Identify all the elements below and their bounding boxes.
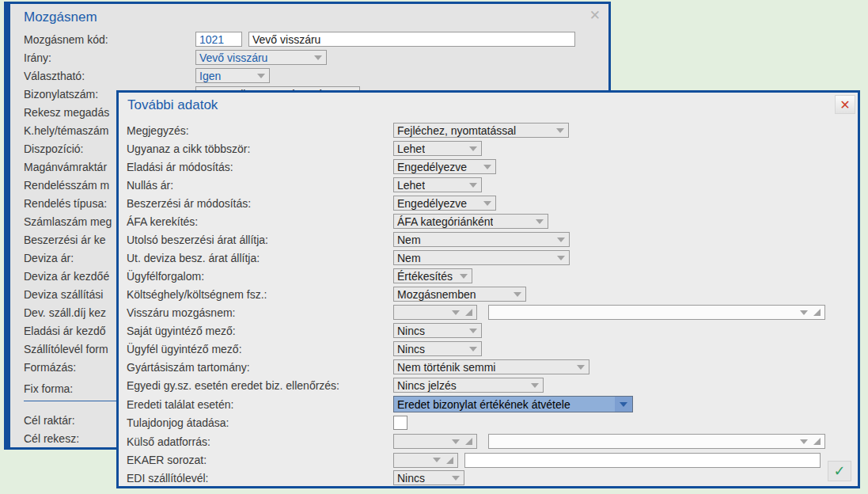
- eladasi-ar-modositas-dropdown[interactable]: Engedélyezve: [393, 159, 496, 174]
- close-icon: ✕: [840, 97, 850, 112]
- chevron-down-icon: [483, 165, 491, 169]
- field-label: Megjegyzés:: [127, 124, 393, 137]
- field-row-egyedi-gysz: Egyedi gy.sz. esetén eredet biz. ellenőr…: [127, 378, 851, 393]
- valaszthato-dropdown[interactable]: Igen: [195, 68, 270, 83]
- irany-dropdown[interactable]: Vevő visszáru: [195, 50, 327, 65]
- field-label: Tulajdonjog átadása:: [127, 416, 393, 429]
- edi-szallitolevel-dropdown[interactable]: Nincs: [393, 470, 464, 485]
- eredeti-talalat-dropdown[interactable]: Eredet bizonylat értékének átvétele: [393, 396, 633, 412]
- tovabbi-adatok-dialog: További adatok ✕ Megjegyzés: Fejléchez, …: [116, 90, 860, 488]
- chevron-down-icon: [469, 329, 477, 333]
- ekaer-sorozat-input[interactable]: [464, 453, 821, 468]
- field-row-afa-kerekites: ÁFA kerekítés: ÁFA kategóriánként: [127, 214, 851, 229]
- field-row-tulajdonjog: Tulajdonjog átadása:: [127, 416, 851, 430]
- ut-deviza-dropdown[interactable]: Nem: [393, 250, 570, 265]
- chevron-down-icon: [577, 365, 585, 370]
- field-label: Visszáru mozgásnem:: [127, 306, 393, 319]
- field-row-edi-szallitolevel: EDI szállítólevél: Nincs: [127, 470, 851, 485]
- chevron-down-icon: [460, 274, 468, 279]
- ugyanaz-cikk-dropdown[interactable]: Lehet: [393, 141, 482, 156]
- chevron-down-icon: [557, 256, 565, 260]
- chevron-down-icon: [536, 219, 544, 224]
- field-label: Költséghely/költségnem fsz.:: [127, 288, 393, 301]
- field-row-irany: Irány: Vevő visszáru: [24, 50, 604, 65]
- field-row-ugyfel-ugyintezo: Ügyfél ügyintéző mező: Nincs: [127, 341, 851, 356]
- field-label: ÁFA kerekítés:: [127, 215, 393, 228]
- lookup-corner-icon: [465, 438, 472, 445]
- field-label: EKAER sorozat:: [127, 454, 393, 466]
- close-icon[interactable]: ✕: [589, 7, 601, 24]
- visszaru-mozgasnem-nev-combo[interactable]: [488, 305, 825, 320]
- field-label: Választható:: [24, 70, 195, 82]
- chevron-down-icon: [800, 310, 808, 315]
- chevron-down-icon: [469, 183, 477, 188]
- chevron-down-icon: [469, 146, 477, 151]
- chevron-down-icon: [557, 238, 565, 242]
- field-row-ugyfelforgalom: Ügyfélforgalom: Értékesítés: [127, 268, 851, 283]
- tulajdonjog-checkbox[interactable]: [393, 416, 407, 430]
- field-label: Saját ügyintéző mező:: [127, 325, 393, 337]
- chevron-down-icon: [556, 128, 564, 133]
- chevron-down-icon: [452, 439, 460, 444]
- field-row-koltseghely: Költséghely/költségnem fsz.: Mozgásnembe…: [127, 287, 851, 302]
- dialog-title: További adatok: [127, 97, 218, 113]
- field-label: Ut. deviza besz. árat állítja:: [127, 252, 393, 264]
- nullas-ar-dropdown[interactable]: Lehet: [393, 177, 482, 192]
- field-label: Beszerzési ár módosítás:: [127, 197, 393, 210]
- field-row-beszerzesi-ar-modositas: Beszerzési ár módosítás: Engedélyezve: [127, 196, 851, 211]
- mozgasnem-nev-input[interactable]: Vevő visszáru: [248, 32, 575, 47]
- tovabbi-adatok-fields: Megjegyzés: Fejléchez, nyomtatással Ugya…: [127, 123, 851, 488]
- field-label: Eladási ár módosítás:: [127, 161, 393, 173]
- chevron-down-icon: [800, 439, 808, 444]
- kulso-adatforras-combo[interactable]: [393, 434, 477, 449]
- confirm-button[interactable]: ✓: [828, 461, 851, 481]
- field-label: EDI szállítólevél:: [127, 472, 393, 484]
- field-row-eredeti-talalat: Eredeti találat esetén: Eredet bizonylat…: [127, 396, 851, 412]
- field-row-ekaer-sorozat: EKAER sorozat:: [127, 452, 851, 468]
- beszerzesi-ar-modositas-dropdown[interactable]: Engedélyezve: [393, 196, 496, 211]
- visszaru-mozgasnem-combo[interactable]: [393, 305, 477, 320]
- field-row-mozgasnem-kod: Mozgásnem kód: 1021 Vevő visszáru: [24, 32, 604, 47]
- field-row-megjegyzes: Megjegyzés: Fejléchez, nyomtatással: [127, 123, 851, 138]
- field-row-gyartasiszam: Gyártásiszám tartomány: Nem történik sem…: [127, 359, 851, 374]
- field-row-eladasi-ar-modositas: Eladási ár módosítás: Engedélyezve: [127, 159, 851, 174]
- field-label: Eredeti találat esetén:: [127, 398, 393, 411]
- field-row-valaszthato: Választható: Igen: [24, 68, 604, 83]
- field-label: Ügyfél ügyintéző mező:: [127, 343, 393, 355]
- confirm-check-icon: ✓: [833, 462, 845, 480]
- chevron-down-icon: [257, 74, 265, 78]
- chevron-down-icon: [433, 458, 441, 462]
- gyartasiszam-dropdown[interactable]: Nem történik semmi: [393, 359, 589, 374]
- utolso-beszerzesi-dropdown[interactable]: Nem: [393, 232, 570, 247]
- chevron-down-icon: [531, 383, 539, 388]
- field-label: Irány:: [24, 51, 195, 64]
- field-label: Külső adatforrás:: [127, 435, 393, 448]
- kulso-adatforras-nev-combo[interactable]: [488, 434, 825, 449]
- field-label: Gyártásiszám tartomány:: [127, 361, 393, 374]
- lookup-corner-icon: [446, 457, 453, 464]
- field-row-ugyanaz-cikk: Ugyanaz a cikk többször: Lehet: [127, 141, 851, 156]
- ekaer-sorozat-combo[interactable]: [393, 453, 458, 468]
- chevron-down-icon: [452, 476, 460, 481]
- ugyfel-ugyintezo-dropdown[interactable]: Nincs: [393, 341, 482, 356]
- field-label: Ügyfélforgalom:: [127, 270, 393, 283]
- field-row-visszaru-mozgasnem: Visszáru mozgásnem:: [127, 305, 851, 320]
- koltseghely-dropdown[interactable]: Mozgásnemben: [393, 287, 526, 302]
- dialog-title: Mozgásnem: [24, 10, 97, 25]
- close-button[interactable]: ✕: [835, 95, 855, 114]
- chevron-down-icon: [483, 201, 491, 206]
- megjegyzes-dropdown[interactable]: Fejléchez, nyomtatással: [393, 123, 569, 138]
- mozgasnem-kod-input[interactable]: 1021: [195, 32, 242, 47]
- field-row-utolso-beszerzesi: Utolsó beszerzési árat állítja: Nem: [127, 232, 851, 247]
- field-label: Nullás ár:: [127, 179, 393, 192]
- chevron-down-icon: [514, 292, 521, 297]
- lookup-corner-icon: [813, 309, 821, 316]
- sajat-ugyintezo-dropdown[interactable]: Nincs: [393, 323, 482, 338]
- egyedi-gysz-dropdown[interactable]: Nincs jelzés: [393, 378, 544, 393]
- lookup-corner-icon: [813, 438, 821, 445]
- afa-kerekites-dropdown[interactable]: ÁFA kategóriánként: [393, 214, 548, 229]
- lookup-corner-icon: [465, 309, 472, 316]
- field-row-kulso-adatforras: Külső adatforrás:: [127, 434, 851, 449]
- chevron-down-icon: [452, 310, 460, 315]
- ugyfelforgalom-dropdown[interactable]: Értékesítés: [393, 268, 472, 283]
